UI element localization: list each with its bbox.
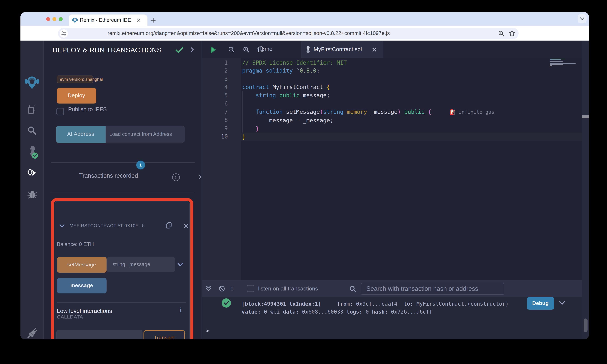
zoom-in-icon[interactable] xyxy=(243,46,249,52)
file-explorer-icon[interactable] xyxy=(27,104,37,114)
zoom-icon[interactable] xyxy=(498,30,504,37)
editor-minimap[interactable] xyxy=(550,59,582,67)
transactions-recorded-label: Transactions recorded xyxy=(79,172,138,179)
traffic-close-button[interactable] xyxy=(46,17,50,21)
panel-divider xyxy=(51,162,195,163)
tab-home[interactable]: Home xyxy=(257,40,273,58)
transact-button[interactable]: Transact xyxy=(144,330,185,339)
publish-ipfs-checkbox[interactable] xyxy=(56,108,64,115)
publish-ipfs-label[interactable]: Publish to IPFS xyxy=(68,105,107,113)
copy-address-icon[interactable] xyxy=(166,222,172,228)
tab-file-close-icon[interactable] xyxy=(372,47,376,52)
tx-success-icon xyxy=(222,299,231,308)
card-divider xyxy=(57,302,186,303)
expand-params-icon[interactable] xyxy=(177,263,183,267)
deploy-run-panel: DEPLOY & RUN TRANSACTIONS evm version: s… xyxy=(43,40,202,339)
browser-toolbar: remix.ethereum.org/#lang=en&optimize=fal… xyxy=(20,26,589,40)
set-message-input[interactable]: string _message xyxy=(107,257,175,272)
evm-version-badge: evm version: shanghai xyxy=(57,75,93,83)
remix-app: DEPLOY & RUN TRANSACTIONS evm version: s… xyxy=(20,40,589,339)
terminal-prompt: > xyxy=(206,327,209,334)
contract-title[interactable]: MYFIRSTCONTRACT AT 0X10F...5 xyxy=(70,223,145,228)
terminal-search-input[interactable]: Search with transaction hash or address xyxy=(361,283,504,295)
indent-guide xyxy=(256,116,256,124)
listen-checkbox[interactable] xyxy=(247,285,254,292)
code-lines: // SPDX-License-Identifier: MITpragma so… xyxy=(242,59,494,141)
deploy-run-icon[interactable] xyxy=(27,168,38,179)
panel-check-icon xyxy=(175,47,184,53)
debug-button[interactable]: Debug xyxy=(527,297,554,310)
set-message-button[interactable]: setMessage xyxy=(57,257,106,273)
browser-window: Remix - Ethereum IDE xyxy=(20,12,589,339)
plugin-manager-icon[interactable] xyxy=(27,328,37,338)
url-text[interactable]: remix.ethereum.org/#lang=en&optimize=fal… xyxy=(107,27,390,39)
tx-count-badge: 1 xyxy=(136,161,145,169)
calldata-input[interactable] xyxy=(56,330,143,339)
tx-expand-icon[interactable] xyxy=(198,174,202,179)
line-numbers: 12345678910 xyxy=(202,59,228,141)
solidity-compiler-icon[interactable] xyxy=(27,146,38,159)
transaction-log[interactable]: [block:4994361 txIndex:1] from: 0x9cf...… xyxy=(242,300,509,316)
scrollbar-thumb-top[interactable] xyxy=(582,115,589,118)
panel-divider xyxy=(51,192,195,192)
tab-close-icon[interactable] xyxy=(137,18,141,22)
contract-collapse-icon[interactable] xyxy=(59,224,65,228)
panel-expand-icon[interactable] xyxy=(191,47,194,52)
traffic-zoom-button[interactable] xyxy=(59,17,63,21)
tab-title: Remix - Ethereum IDE xyxy=(80,14,131,26)
indent-guide xyxy=(242,91,243,132)
panel-title: DEPLOY & RUN TRANSACTIONS xyxy=(53,46,162,54)
zoom-out-icon[interactable] xyxy=(228,46,234,52)
pending-tx-count: 0 xyxy=(230,280,234,297)
load-contract-input[interactable]: Load contract from Address xyxy=(106,126,185,143)
at-address-button[interactable]: At Address xyxy=(56,126,106,143)
deploy-button[interactable]: Deploy xyxy=(57,88,96,103)
terminal-search-icon xyxy=(349,285,356,292)
address-bar[interactable]: remix.ethereum.org/#lang=en&optimize=fal… xyxy=(58,27,519,39)
browser-tab[interactable]: Remix - Ethereum IDE xyxy=(69,14,147,26)
editor-tabbar: Home MyFirstContract.sol xyxy=(202,40,589,58)
calldata-label: CALLDATA xyxy=(57,314,83,319)
deployed-contract-card: MYFIRSTCONTRACT AT 0X10F...5 Balance: 0 … xyxy=(55,201,189,339)
terminal-collapse-icon[interactable] xyxy=(206,286,211,291)
page-scrollbar-track[interactable] xyxy=(582,40,589,339)
low-level-header: Low level interactions xyxy=(57,307,112,314)
remix-logo-icon[interactable] xyxy=(25,75,39,90)
tab-file-title: MyFirstContract.sol xyxy=(314,41,362,58)
editor-area: Home MyFirstContract.sol xyxy=(202,40,589,339)
tab-search-button[interactable] xyxy=(578,14,587,23)
log-expand-icon[interactable] xyxy=(559,301,565,305)
clear-console-icon[interactable] xyxy=(219,286,225,292)
tab-file-active[interactable]: MyFirstContract.sol xyxy=(301,41,383,58)
remix-favicon xyxy=(72,17,78,23)
run-script-icon[interactable] xyxy=(210,46,216,53)
site-settings-icon[interactable] xyxy=(60,29,68,38)
contract-balance: Balance: 0 ETH xyxy=(57,241,94,247)
contract-close-icon[interactable] xyxy=(184,224,188,228)
new-tab-icon[interactable] xyxy=(151,18,156,23)
listen-label[interactable]: listen on all transactions xyxy=(258,280,318,297)
traffic-minimize-button[interactable] xyxy=(52,17,56,21)
code-editor[interactable]: 12345678910 // SPDX-License-Identifier: … xyxy=(202,58,589,280)
tx-info-icon[interactable]: i xyxy=(172,173,180,181)
bookmark-star-icon[interactable] xyxy=(509,30,515,37)
debugger-icon[interactable] xyxy=(27,190,37,199)
terminal-body[interactable]: [block:4994361 txIndex:1] from: 0x9cf...… xyxy=(202,297,589,339)
search-icon[interactable] xyxy=(27,126,37,135)
scrollbar-thumb-bottom[interactable] xyxy=(583,318,587,332)
message-button[interactable]: message xyxy=(57,278,106,293)
low-level-info-icon[interactable]: i xyxy=(180,306,182,313)
screen: Remix - Ethereum IDE xyxy=(0,0,607,364)
solidity-file-icon xyxy=(306,46,310,53)
browser-tabstrip: Remix - Ethereum IDE xyxy=(20,12,589,26)
icon-rail xyxy=(20,40,43,339)
terminal-toolbar: 0 listen on all transactions Search with… xyxy=(202,280,589,297)
